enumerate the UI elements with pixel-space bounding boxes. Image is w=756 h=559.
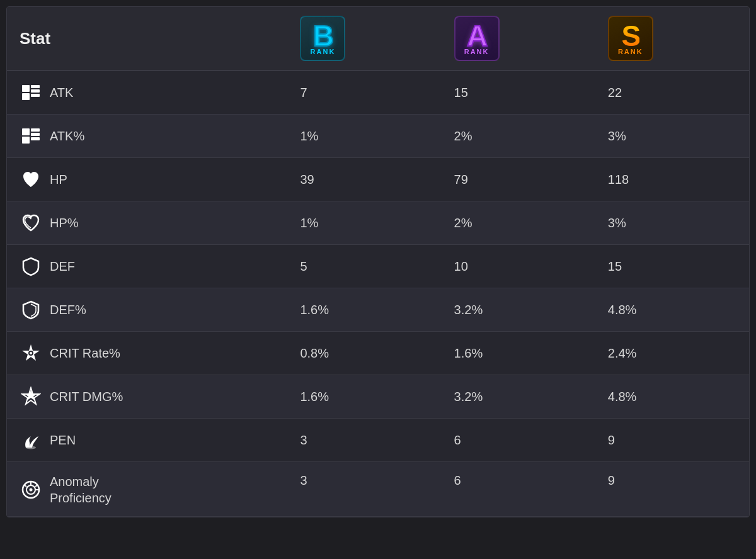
stat-cell: CRIT Rate% <box>7 332 287 375</box>
stat-b-value: 1% <box>287 201 441 245</box>
hp-icon <box>20 168 42 191</box>
stat-b-value: 3 <box>287 462 441 517</box>
atk-pct-icon <box>20 125 42 147</box>
stat-b-value: 5 <box>287 245 441 288</box>
stat-s-value: 4.8% <box>595 288 749 332</box>
svg-point-15 <box>26 446 36 449</box>
stat-column-header: Stat <box>7 7 287 71</box>
stat-name: HP% <box>50 216 79 230</box>
table-row: ATK 7 15 22 <box>7 71 749 115</box>
svg-rect-6 <box>22 137 30 144</box>
table-row: CRIT DMG% 1.6% 3.2% 4.8% <box>7 375 749 419</box>
stat-s-value: 2.4% <box>595 332 749 375</box>
svg-rect-4 <box>31 94 40 97</box>
table-row: CRIT Rate% 0.8% 1.6% 2.4% <box>7 332 749 375</box>
stat-a-value: 15 <box>442 71 595 115</box>
stat-cell: HP% <box>7 201 287 245</box>
svg-rect-0 <box>22 85 30 92</box>
stat-cell: ATK% <box>7 115 287 158</box>
rank-s-badge: S RANK <box>608 16 653 61</box>
crit-dmg-icon <box>20 385 42 408</box>
rank-a-header: A RANK <box>442 7 595 71</box>
stat-a-value: 2% <box>442 115 595 158</box>
table-row: DEF% 1.6% 3.2% 4.8% <box>7 288 749 332</box>
def-icon <box>20 255 42 278</box>
stats-table: Stat B RANK A RANK S <box>6 6 750 517</box>
stat-b-value: 0.8% <box>287 332 441 375</box>
stat-s-value: 9 <box>595 462 749 517</box>
svg-point-18 <box>30 488 33 492</box>
stat-name: PEN <box>50 433 76 448</box>
rank-s-header: S RANK <box>595 7 749 71</box>
table-row: AnomalyProficiency 3 6 9 <box>7 462 749 517</box>
svg-rect-7 <box>31 128 40 132</box>
stat-s-value: 22 <box>595 71 749 115</box>
stat-cell: ATK <box>7 71 287 115</box>
stat-s-value: 9 <box>595 419 749 462</box>
svg-point-12 <box>30 352 32 354</box>
rank-b-badge: B RANK <box>300 16 345 61</box>
stat-name: DEF <box>50 259 75 274</box>
stat-b-value: 1.6% <box>287 288 441 332</box>
svg-rect-2 <box>31 85 40 88</box>
stat-b-value: 7 <box>287 71 441 115</box>
stat-s-value: 3% <box>595 115 749 158</box>
stat-a-value: 3.2% <box>442 288 595 332</box>
table-row: PEN 3 6 9 <box>7 419 749 462</box>
stat-name: ATK% <box>50 129 84 144</box>
table-header: Stat B RANK A RANK S <box>7 7 749 71</box>
stat-s-value: 3% <box>595 201 749 245</box>
svg-rect-1 <box>22 93 30 100</box>
stat-s-value: 118 <box>595 158 749 201</box>
stat-name: DEF% <box>50 303 86 317</box>
stat-a-value: 3.2% <box>442 375 595 419</box>
stat-cell: DEF% <box>7 288 287 332</box>
pen-icon <box>20 429 42 451</box>
table-row: ATK% 1% 2% 3% <box>7 115 749 158</box>
stat-a-value: 79 <box>442 158 595 201</box>
crit-rate-icon <box>20 342 42 364</box>
table-row: HP% 1% 2% 3% <box>7 201 749 245</box>
stat-name: HP <box>50 172 67 187</box>
stat-cell: DEF <box>7 245 287 288</box>
svg-rect-9 <box>31 137 40 140</box>
stat-name: Anomaly <box>50 473 112 490</box>
stat-cell: HP <box>7 158 287 201</box>
stat-s-value: 4.8% <box>595 375 749 419</box>
stat-cell: PEN <box>7 419 287 462</box>
stat-a-value: 6 <box>442 419 595 462</box>
stat-a-value: 6 <box>442 462 595 517</box>
hp-pct-icon <box>20 212 42 234</box>
stat-a-value: 2% <box>442 201 595 245</box>
stat-b-value: 3 <box>287 419 441 462</box>
stat-b-value: 1.6% <box>287 375 441 419</box>
stat-b-value: 1% <box>287 115 441 158</box>
stat-cell: AnomalyProficiency <box>7 462 287 517</box>
svg-rect-8 <box>31 133 40 136</box>
rank-a-badge: A RANK <box>454 16 500 61</box>
stat-name: ATK <box>50 86 73 100</box>
stat-name: CRIT Rate% <box>50 346 120 361</box>
anomaly-icon <box>20 478 42 501</box>
stat-a-value: 10 <box>442 245 595 288</box>
stat-cell: CRIT DMG% <box>7 375 287 419</box>
atk-icon <box>20 81 42 104</box>
table-row: HP 39 79 118 <box>7 158 749 201</box>
stat-b-value: 39 <box>287 158 441 201</box>
def-pct-icon <box>20 298 42 321</box>
stat-name: CRIT DMG% <box>50 390 123 404</box>
stat-name-line2: Proficiency <box>50 490 112 506</box>
svg-rect-3 <box>31 89 40 93</box>
stat-s-value: 15 <box>595 245 749 288</box>
rank-b-header: B RANK <box>287 7 441 71</box>
stat-a-value: 1.6% <box>442 332 595 375</box>
svg-rect-5 <box>22 128 30 135</box>
table-row: DEF 5 10 15 <box>7 245 749 288</box>
